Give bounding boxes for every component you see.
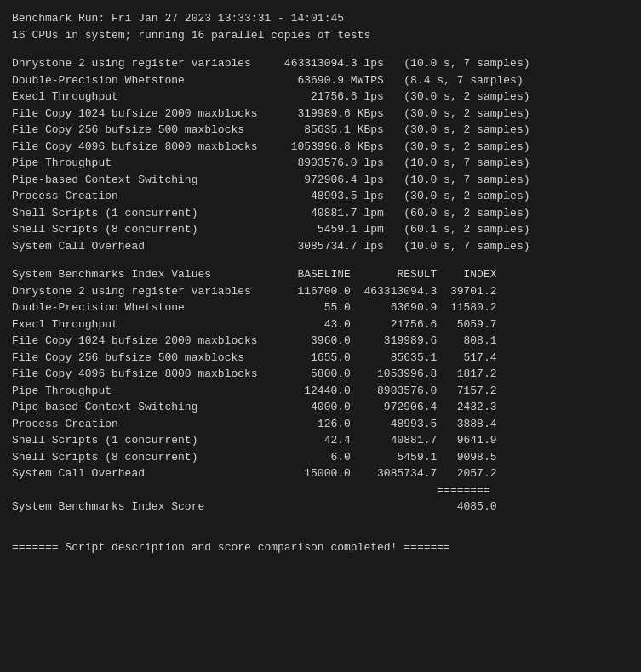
index-header: System Benchmarks Index Values BASELINE … bbox=[12, 266, 629, 283]
result-row: System Call Overhead 3085734.7 lps (10.0… bbox=[12, 238, 629, 255]
index-row: System Call Overhead 15000.0 3085734.7 2… bbox=[12, 465, 629, 482]
result-row: File Copy 1024 bufsize 2000 maxblocks 31… bbox=[12, 105, 629, 122]
terminal-window: Benchmark Run: Fri Jan 27 2023 13:33:31 … bbox=[12, 10, 629, 555]
index-row: File Copy 1024 bufsize 2000 maxblocks 39… bbox=[12, 333, 629, 350]
index-row: Process Creation 126.0 48993.5 3888.4 bbox=[12, 416, 629, 433]
result-row: Dhrystone 2 using register variables 463… bbox=[12, 55, 629, 72]
equals-line: ======== bbox=[12, 482, 629, 499]
footer-line: ======= Script description and score com… bbox=[12, 539, 629, 556]
index-row: Execl Throughput 43.0 21756.6 5059.7 bbox=[12, 316, 629, 333]
index-row: Shell Scripts (8 concurrent) 6.0 5459.1 … bbox=[12, 449, 629, 466]
index-row: Pipe Throughput 12440.0 8903576.0 7157.2 bbox=[12, 383, 629, 400]
result-row: Double-Precision Whetstone 63690.9 MWIPS… bbox=[12, 72, 629, 89]
header-line1: Benchmark Run: Fri Jan 27 2023 13:33:31 … bbox=[12, 10, 629, 27]
result-row: Shell Scripts (8 concurrent) 5459.1 lpm … bbox=[12, 221, 629, 238]
result-row: Pipe-based Context Switching 972906.4 lp… bbox=[12, 172, 629, 189]
result-row: Execl Throughput 21756.6 lps (30.0 s, 2 … bbox=[12, 88, 629, 105]
result-row: Shell Scripts (1 concurrent) 40881.7 lpm… bbox=[12, 205, 629, 222]
score-line: System Benchmarks Index Score 4085.0 bbox=[12, 498, 629, 515]
header-line2: 16 CPUs in system; running 16 parallel c… bbox=[12, 27, 629, 44]
index-row: Double-Precision Whetstone 55.0 63690.9 … bbox=[12, 299, 629, 316]
index-row: Pipe-based Context Switching 4000.0 9729… bbox=[12, 399, 629, 416]
index-row: Shell Scripts (1 concurrent) 42.4 40881.… bbox=[12, 432, 629, 449]
index-section: System Benchmarks Index Values BASELINE … bbox=[12, 266, 629, 515]
result-row: File Copy 256 bufsize 500 maxblocks 8563… bbox=[12, 122, 629, 139]
result-row: Process Creation 48993.5 lps (30.0 s, 2 … bbox=[12, 188, 629, 205]
index-row: File Copy 4096 bufsize 8000 maxblocks 58… bbox=[12, 366, 629, 383]
result-row: File Copy 4096 bufsize 8000 maxblocks 10… bbox=[12, 139, 629, 156]
results-section: Dhrystone 2 using register variables 463… bbox=[12, 55, 629, 254]
index-row: Dhrystone 2 using register variables 116… bbox=[12, 283, 629, 300]
index-row: File Copy 256 bufsize 500 maxblocks 1655… bbox=[12, 350, 629, 367]
result-row: Pipe Throughput 8903576.0 lps (10.0 s, 7… bbox=[12, 155, 629, 172]
